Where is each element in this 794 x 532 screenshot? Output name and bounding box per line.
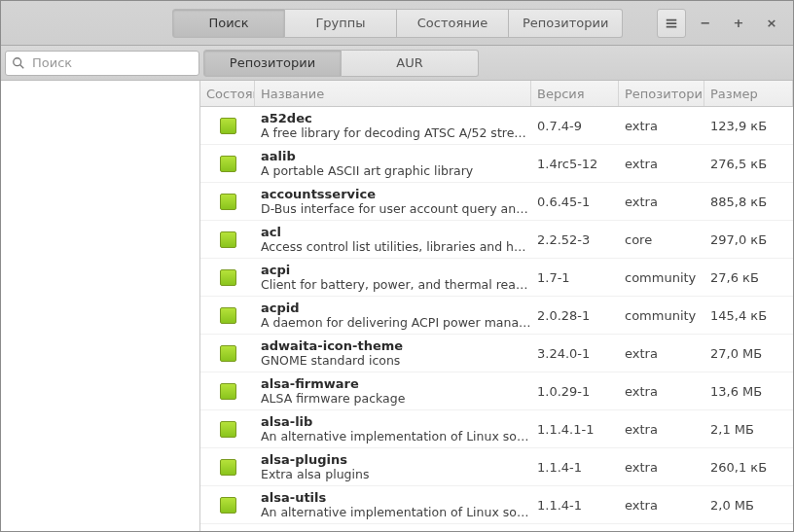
size-cell: 2,0 МБ [704, 486, 793, 523]
hamburger-menu-button[interactable] [657, 9, 686, 38]
repo-cell: extra [619, 410, 704, 447]
status-cell[interactable] [200, 486, 255, 523]
close-button[interactable]: × [758, 10, 785, 37]
package-description: Access control list utilities, libraries… [261, 239, 531, 254]
search-icon [12, 56, 25, 70]
status-installed-icon [220, 194, 236, 210]
main-tabs: ПоискГруппыСостояниеРепозитории [172, 9, 623, 38]
status-cell[interactable] [200, 183, 255, 220]
status-cell[interactable] [200, 297, 255, 334]
status-installed-icon [220, 459, 236, 476]
main-tab-0[interactable]: Поиск [172, 9, 285, 38]
status-installed-icon [220, 156, 236, 172]
package-description: Client for battery, power, and thermal r… [261, 277, 531, 292]
size-cell: 625,7 кБ [704, 524, 793, 531]
package-description: Extra alsa plugins [261, 467, 369, 481]
table-row[interactable]: alsa-firmwareALSA firmware package1.0.29… [200, 372, 793, 410]
package-name: acl [261, 225, 281, 240]
table-row[interactable]: adwaita-icon-themeGNOME standard icons3.… [200, 335, 793, 372]
package-name: alsa-lib [261, 414, 312, 430]
name-cell: acpiClient for battery, power, and therm… [255, 259, 531, 296]
col-header-status[interactable]: Состояние [200, 81, 255, 106]
repo-cell: extra [619, 107, 704, 144]
table-row[interactable]: aclAccess control list utilities, librar… [200, 221, 793, 259]
col-header-name[interactable]: Название [255, 81, 531, 106]
package-name: acpi [261, 263, 290, 278]
version-cell: 1.4rc5-12 [531, 145, 619, 182]
package-description: GNOME standard icons [261, 353, 400, 368]
repo-cell: extra [619, 372, 704, 409]
table-row[interactable]: android-tools7.1.2.r6-1community625,7 кБ [200, 524, 793, 531]
repo-cell: community [619, 297, 704, 334]
search-field[interactable] [5, 51, 199, 76]
package-name: acpid [261, 301, 300, 316]
package-description: A daemon for delivering ACPI power manag… [261, 315, 531, 330]
status-cell[interactable] [200, 372, 255, 409]
table-row[interactable]: alsa-pluginsExtra alsa plugins1.1.4-1ext… [200, 448, 793, 486]
main-tab-2[interactable]: Состояние [397, 9, 509, 38]
col-header-version[interactable]: Версия [531, 81, 619, 106]
search-input[interactable] [30, 54, 193, 71]
source-tab-1[interactable]: AUR [342, 50, 479, 77]
hamburger-icon [665, 17, 678, 30]
maximize-button[interactable]: + [725, 10, 752, 37]
package-name: accountsservice [261, 187, 376, 202]
version-cell: 2.2.52-3 [531, 221, 619, 258]
version-cell: 1.7-1 [531, 259, 619, 296]
package-name: a52dec [261, 111, 312, 126]
repo-cell: extra [619, 448, 704, 485]
package-name: alsa-plugins [261, 452, 347, 468]
status-installed-icon [220, 231, 236, 248]
table-body[interactable]: a52decA free library for decoding ATSC A… [200, 107, 793, 531]
package-description: An alternative implementation of Linux s… [261, 429, 531, 443]
status-cell[interactable] [200, 107, 255, 144]
name-cell: alsa-utilsAn alternative implementation … [255, 486, 531, 523]
col-header-repo[interactable]: Репозиторий [619, 81, 704, 106]
sidebar[interactable] [1, 81, 200, 531]
status-installed-icon [220, 421, 236, 438]
main-tab-1[interactable]: Группы [285, 9, 397, 38]
main-tab-3[interactable]: Репозитории [509, 9, 623, 38]
status-cell[interactable] [200, 335, 255, 372]
status-cell[interactable] [200, 410, 255, 447]
status-cell[interactable] [200, 524, 255, 531]
version-cell: 2.0.28-1 [531, 297, 619, 334]
repo-cell: extra [619, 183, 704, 220]
table-row[interactable]: a52decA free library for decoding ATSC A… [200, 107, 793, 145]
version-cell: 1.1.4-1 [531, 448, 619, 485]
status-cell[interactable] [200, 145, 255, 182]
table-row[interactable]: acpiClient for battery, power, and therm… [200, 259, 793, 297]
status-cell[interactable] [200, 221, 255, 258]
minimize-button[interactable]: − [692, 10, 719, 37]
name-cell: acpidA daemon for delivering ACPI power … [255, 297, 531, 334]
app-window: ПоискГруппыСостояниеРепозитории − + × Ре… [0, 0, 794, 532]
table-row[interactable]: accountsserviceD-Bus interface for user … [200, 183, 793, 221]
size-cell: 276,5 кБ [704, 145, 793, 182]
col-header-size[interactable]: Размер [704, 81, 793, 106]
size-cell: 145,4 кБ [704, 297, 793, 334]
toolbar: РепозиторииAUR [1, 46, 793, 81]
status-cell[interactable] [200, 448, 255, 485]
status-installed-icon [220, 345, 236, 362]
status-installed-icon [220, 383, 236, 400]
table-row[interactable]: alsa-libAn alternative implementation of… [200, 410, 793, 448]
package-description: A free library for decoding ATSC A/52 st… [261, 125, 531, 140]
name-cell: alsa-pluginsExtra alsa plugins [255, 448, 531, 485]
table-row[interactable]: acpidA daemon for delivering ACPI power … [200, 297, 793, 335]
name-cell: accountsserviceD-Bus interface for user … [255, 183, 531, 220]
repo-cell: community [619, 524, 704, 531]
version-cell: 3.24.0-1 [531, 335, 619, 372]
table-row[interactable]: alsa-utilsAn alternative implementation … [200, 486, 793, 524]
size-cell: 297,0 кБ [704, 221, 793, 258]
source-tab-0[interactable]: Репозитории [203, 50, 342, 77]
size-cell: 13,6 МБ [704, 372, 793, 409]
version-cell: 7.1.2.r6-1 [531, 524, 619, 531]
version-cell: 0.6.45-1 [531, 183, 619, 220]
svg-point-0 [14, 57, 21, 65]
table-header: Состояние Название Версия Репозиторий Ра… [200, 81, 793, 107]
content-area: Состояние Название Версия Репозиторий Ра… [1, 81, 793, 531]
status-cell[interactable] [200, 259, 255, 296]
package-name: alsa-firmware [261, 376, 359, 392]
table-row[interactable]: aalibA portable ASCII art graphic librar… [200, 145, 793, 183]
name-cell: adwaita-icon-themeGNOME standard icons [255, 335, 531, 372]
